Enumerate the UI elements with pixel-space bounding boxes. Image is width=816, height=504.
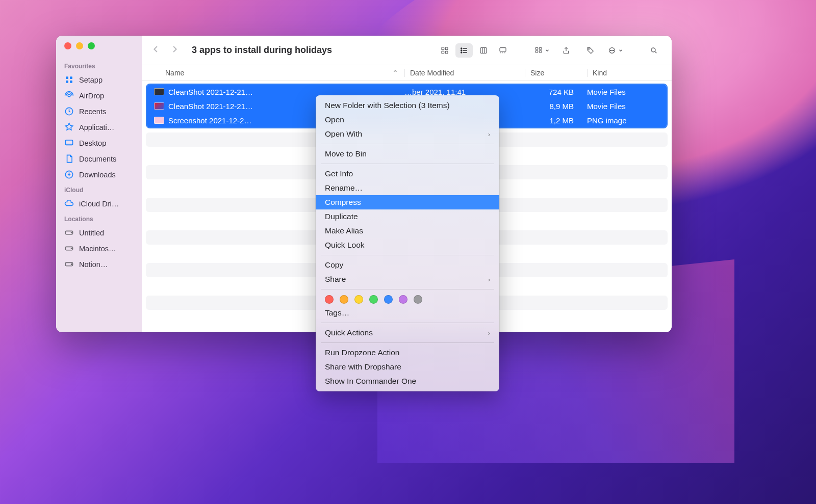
menu-compress[interactable]: Compress — [316, 195, 499, 209]
menu-duplicate[interactable]: Duplicate — [316, 209, 499, 224]
forward-button[interactable] — [170, 44, 180, 56]
column-name[interactable]: Name⌃ — [165, 69, 404, 77]
share-button[interactable] — [557, 43, 575, 58]
sidebar-item-recents[interactable]: Recents — [56, 103, 142, 119]
menu-separator — [321, 255, 494, 255]
tag-purple[interactable] — [399, 295, 407, 304]
tag-orange[interactable] — [340, 295, 348, 304]
tag-blue[interactable] — [384, 295, 393, 304]
menu-run-dropzone[interactable]: Run Dropzone Action — [316, 346, 499, 360]
sidebar-item-macintosh[interactable]: Macintos… — [56, 241, 142, 256]
sidebar-item-documents[interactable]: Documents — [56, 151, 142, 167]
close-button[interactable] — [64, 42, 71, 49]
sidebar-section-locations: Locations — [56, 211, 142, 225]
menu-share-dropshare[interactable]: Share with Dropshare — [316, 360, 499, 374]
svg-rect-23 — [536, 47, 538, 49]
tags-button[interactable] — [582, 43, 599, 58]
back-button[interactable] — [151, 44, 161, 56]
desktop-icon — [64, 138, 74, 148]
file-thumbnail-icon — [154, 102, 164, 110]
sidebar-item-downloads[interactable]: Downloads — [56, 167, 142, 182]
maximize-button[interactable] — [88, 42, 95, 49]
search-button[interactable] — [645, 43, 662, 58]
svg-rect-24 — [539, 47, 542, 49]
menu-make-alias[interactable]: Make Alias — [316, 224, 499, 238]
menu-rename[interactable]: Rename… — [316, 181, 499, 195]
svg-rect-16 — [442, 51, 444, 54]
context-menu: New Folder with Selection (3 Items) Open… — [316, 95, 499, 391]
view-switcher — [436, 43, 512, 58]
menu-separator — [321, 164, 494, 164]
sidebar-item-airdrop[interactable]: AirDrop — [56, 88, 142, 103]
svg-point-20 — [461, 52, 462, 53]
sidebar-item-untitled[interactable]: Untitled — [56, 225, 142, 241]
window-controls — [56, 42, 142, 59]
sidebar-item-desktop[interactable]: Desktop — [56, 135, 142, 151]
svg-point-19 — [461, 50, 462, 51]
svg-point-29 — [610, 50, 611, 50]
svg-point-18 — [461, 48, 462, 49]
svg-point-11 — [71, 248, 72, 249]
chevron-right-icon: › — [488, 329, 490, 337]
sidebar-item-applications[interactable]: Applicati… — [56, 119, 142, 135]
sidebar-item-icloud-drive[interactable]: iCloud Dri… — [56, 196, 142, 211]
disk-icon — [64, 259, 74, 269]
column-date[interactable]: Date Modified — [404, 69, 525, 77]
column-view-button[interactable] — [475, 43, 492, 58]
svg-point-13 — [71, 264, 72, 265]
column-size[interactable]: Size — [525, 69, 587, 77]
menu-new-folder[interactable]: New Folder with Selection (3 Items) — [316, 98, 499, 113]
menu-separator — [321, 289, 494, 289]
sidebar-section-favourites: Favourites — [56, 59, 142, 72]
menu-copy[interactable]: Copy — [316, 258, 499, 272]
svg-point-4 — [68, 94, 70, 97]
cloud-icon — [64, 199, 74, 208]
svg-point-27 — [589, 48, 590, 49]
menu-open[interactable]: Open — [316, 113, 499, 127]
file-thumbnail-icon — [154, 88, 164, 95]
svg-rect-26 — [539, 50, 542, 52]
sidebar: Favourites Setapp AirDrop Recents Applic… — [56, 36, 142, 332]
menu-quick-look[interactable]: Quick Look — [316, 238, 499, 252]
document-icon — [64, 154, 74, 164]
icon-view-button[interactable] — [436, 43, 453, 58]
tag-green[interactable] — [369, 295, 378, 304]
menu-quick-actions[interactable]: Quick Actions› — [316, 326, 499, 340]
chevron-right-icon: › — [488, 130, 490, 138]
sidebar-item-notion[interactable]: Notion… — [56, 256, 142, 272]
menu-show-commander[interactable]: Show In Commander One — [316, 374, 499, 388]
window-title: 3 apps to install during holidays — [192, 45, 332, 56]
tag-colors — [316, 292, 499, 306]
menu-separator — [321, 323, 494, 323]
menu-share[interactable]: Share› — [316, 272, 499, 286]
column-kind[interactable]: Kind — [587, 69, 672, 77]
tag-yellow[interactable] — [354, 295, 363, 304]
chevron-right-icon: › — [488, 276, 490, 283]
sidebar-item-setapp[interactable]: Setapp — [56, 72, 142, 88]
svg-rect-15 — [445, 47, 448, 50]
gallery-view-button[interactable] — [494, 43, 512, 58]
tag-red[interactable] — [325, 295, 334, 304]
svg-rect-25 — [536, 50, 538, 52]
minimize-button[interactable] — [76, 42, 83, 49]
svg-point-30 — [611, 50, 612, 50]
svg-point-9 — [71, 232, 72, 233]
download-icon — [64, 170, 74, 179]
tag-gray[interactable] — [414, 295, 422, 304]
menu-tags[interactable]: Tags… — [316, 306, 499, 320]
setapp-icon — [64, 75, 74, 85]
menu-move-to-bin[interactable]: Move to Bin — [316, 147, 499, 161]
svg-rect-17 — [445, 51, 448, 54]
action-menu-button[interactable] — [606, 43, 624, 58]
applications-icon — [64, 122, 74, 132]
menu-get-info[interactable]: Get Info — [316, 167, 499, 181]
file-thumbnail-icon — [154, 117, 164, 124]
sort-chevron-icon: ⌃ — [392, 69, 398, 77]
list-view-button[interactable] — [455, 43, 473, 58]
menu-open-with[interactable]: Open With› — [316, 127, 499, 141]
sidebar-section-icloud: iCloud — [56, 182, 142, 196]
svg-rect-1 — [70, 76, 72, 79]
group-by-button[interactable] — [533, 43, 550, 58]
svg-rect-2 — [66, 81, 68, 83]
disk-icon — [64, 244, 74, 253]
